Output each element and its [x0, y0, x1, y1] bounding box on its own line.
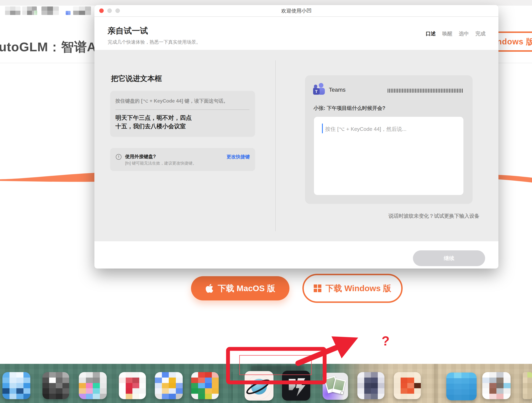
- onboarding-dialog: 欢迎使用小凹 亲自试一试 完成几个快速体验，熟悉一下真实使用场景。 口述 唤醒 …: [94, 5, 498, 268]
- browser-top-strip: [0, 0, 532, 6]
- dialog-title: 欢迎使用小凹: [94, 5, 498, 16]
- dialog-body: 把它说进文本框 按住键盘的 [⌥ + KeyCode 44] 键，读下面这句话。…: [94, 50, 498, 241]
- dock-icon-google-redacted[interactable]: [155, 372, 183, 399]
- bookmark-favicon-redacted: [66, 11, 70, 15]
- screenshot-root: { "page": { "bg_title": "utoGLM：智谱AI输", …: [0, 0, 532, 403]
- chat-message: 小张: 下午项目组什么时候开会?: [314, 105, 386, 112]
- change-shortcut-link[interactable]: 更改快捷键: [227, 154, 250, 160]
- wallpaper-stripe: [434, 364, 438, 403]
- text-cursor: [322, 124, 323, 133]
- dock-icon-xiaoao-app[interactable]: [245, 371, 273, 401]
- dock-icon-navy-redacted[interactable]: [357, 372, 384, 399]
- audio-waveform: [388, 89, 463, 93]
- minimize-button[interactable]: [107, 8, 112, 13]
- dialog-heading: 亲自试一试: [108, 25, 148, 36]
- dock-icon-blue-folder-redacted[interactable]: [446, 372, 477, 400]
- read-aloud-card: 按住键盘的 [⌥ + KeyCode 44] 键，读下面这句话。 明天下午三点，…: [110, 91, 255, 137]
- bookmarks-bar: [0, 6, 101, 16]
- input-placeholder: 按住 [⌥ + KeyCode 44]，然后说...: [325, 126, 406, 133]
- dock-icon-orange-m-redacted[interactable]: [394, 372, 421, 399]
- download-macos-label: 下载 MacOS 版: [218, 283, 275, 294]
- practice-sentence-line2: 十五，我们去八楼小会议室: [115, 122, 249, 130]
- step-done[interactable]: 完成: [475, 30, 486, 37]
- background-windows-download-button[interactable]: indows 版: [494, 31, 532, 52]
- download-windows-label: 下载 Windows 版: [325, 283, 391, 294]
- practice-sentence-line1: 明天下午三点，呃不对，四点: [115, 113, 249, 122]
- left-panel-heading: 把它说进文本框: [111, 74, 162, 84]
- dictation-input[interactable]: 按住 [⌥ + KeyCode 44]，然后说...: [314, 117, 464, 195]
- download-windows-button[interactable]: 下载 Windows 版: [302, 274, 403, 303]
- shortcut-instruction: 按住键盘的 [⌥ + KeyCode 44] 键，读下面这句话。: [115, 98, 250, 104]
- dock-icon-black-bolt-app[interactable]: [282, 371, 310, 401]
- external-keyboard-tip-card: ! 使用外接键盘? [fn] 键可能无法生效，建议更改快捷键。 更改快捷键: [110, 148, 255, 171]
- zoom-button[interactable]: [115, 8, 120, 13]
- dock-icon-white-redacted[interactable]: [482, 372, 511, 399]
- dock-icon-colorful-redacted[interactable]: [79, 372, 107, 399]
- tip-description: [fn] 键可能无法生效，建议更改快捷键。: [125, 161, 196, 166]
- download-macos-button[interactable]: 下载 MacOS 版: [191, 276, 289, 300]
- change-input-device-hint[interactable]: 说话时波纹未变化？试试更换下输入设备: [388, 213, 479, 219]
- card-divider: [115, 109, 249, 110]
- step-select[interactable]: 选中: [459, 30, 469, 37]
- dock-icon-edge-sliver-redacted[interactable]: [523, 372, 532, 399]
- step-dictate[interactable]: 口述: [426, 30, 436, 37]
- annotation-arrow-shaft: [298, 347, 339, 363]
- teams-demo-card: T Teams 小张: 下午项目组什么时候开会? 按住 [⌥ + KeyCode…: [305, 75, 473, 204]
- teams-label: Teams: [329, 87, 345, 93]
- bookmark-favicon-redacted: [73, 6, 91, 15]
- teams-icon: T: [313, 83, 326, 95]
- bookmark-favicon-redacted: [5, 6, 20, 15]
- background-windows-download-label: indows 版: [494, 36, 532, 47]
- windows-icon: [314, 285, 321, 292]
- continue-button[interactable]: 继续: [413, 250, 485, 266]
- close-button[interactable]: [99, 8, 104, 13]
- step-indicator: 口述 唤醒 选中 完成: [426, 30, 486, 37]
- dialog-subtitle: 完成几个快速体验，熟悉一下真实使用场景。: [108, 39, 201, 45]
- bookmark-favicon-redacted: [34, 11, 37, 15]
- tip-title: 使用外接键盘?: [125, 154, 156, 160]
- orange-wave-left: [0, 170, 95, 186]
- annotation-arrow-head: [331, 336, 358, 358]
- orange-wave-right: [497, 170, 532, 186]
- step-wake[interactable]: 唤醒: [442, 30, 452, 37]
- dock-icon-finder-redacted[interactable]: [2, 372, 30, 399]
- dialog-titlebar[interactable]: 欢迎使用小凹: [94, 5, 498, 17]
- panel-divider: [275, 60, 276, 231]
- dock-icon-chrome-redacted[interactable]: [191, 372, 219, 399]
- dock-icon-dark-redacted[interactable]: [42, 372, 69, 399]
- apple-icon: [205, 283, 214, 293]
- dock-separator: [232, 372, 232, 401]
- macos-dock: [0, 364, 532, 403]
- info-icon: !: [116, 154, 121, 160]
- bookmark-favicon-redacted: [41, 6, 59, 15]
- dock-icon-red-pin-redacted[interactable]: [119, 372, 146, 399]
- dock-icon-photos-collage-app[interactable]: [323, 373, 348, 400]
- bolt-quote-icon: [282, 371, 310, 401]
- smiley-sticker: [340, 391, 344, 395]
- annotation-question-mark: ?: [382, 334, 390, 348]
- practice-sentence: 明天下午三点，呃不对，四点 十五，我们去八楼小会议室: [115, 113, 249, 130]
